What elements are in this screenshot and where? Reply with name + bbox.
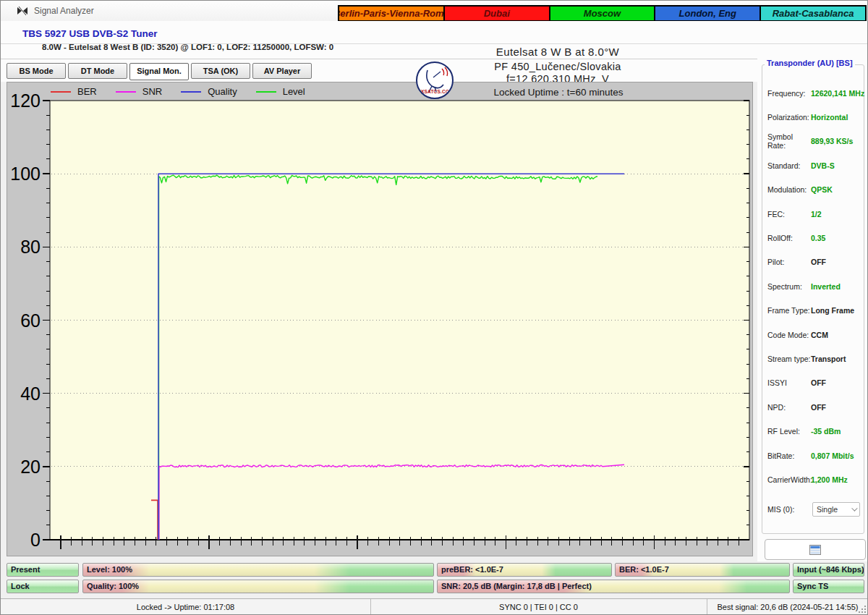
clock-city-label: Dubai [445,7,549,22]
transponder-value: 12620,141 MHz [811,89,864,98]
svg-text:100: 100 [10,164,41,184]
lock-indicator: Lock [7,580,79,593]
transponder-label: FEC: [767,210,811,219]
transponder-row-polarization: Polarization:Horizontal [762,105,864,129]
transponder-label: Frame Type: [767,306,811,315]
stream-list-button[interactable] [765,539,866,560]
tuner-name: TBS 5927 USB DVB-S2 Tuner [22,28,158,39]
tab-av-player[interactable]: AV Player [252,63,312,79]
transponder-label: NPD: [767,403,811,412]
transponder-row-symbol-rate: Symbol Rate:889,93 KS/s [762,130,864,153]
logo-text: DXSATCS.COM [417,89,452,94]
transponder-rows: Frequency:12620,141 MHzPolarization:Hori… [762,81,864,492]
transponder-label: Code Mode: [767,331,811,339]
transponder-row-standard: Standard:DVB-S [762,153,864,177]
transponder-value: 0,807 Mbit/s [811,451,854,460]
level-meter: Level: 100% [82,563,434,577]
preber-meter: preBER: <1.0E-7 [437,563,612,577]
chart-panel: BERSNRQualityLevel Locked Uptime : t=60 … [7,82,753,556]
signal-chart: 020406080100120 [7,82,752,556]
status-sync: SYNC 0 | TEI 0 | CC 0 [370,603,707,611]
mis-row: MIS (0): Single [762,501,864,517]
clock-city-label: Moscow [550,7,655,22]
transponder-value: 1,200 MHz [811,475,848,484]
transponder-row-spectrum: Spectrum:Inverted [762,274,864,298]
transponder-label: Standard: [767,161,811,170]
transponder-value: 0.35 [811,234,825,242]
clock-city-label: London, Eng [655,7,760,22]
transponder-row-stream-type: Stream type:Transport [762,347,864,370]
transponder-panel: Transponder (AU) [BS] Frequency:12620,14… [757,44,868,561]
transponder-value: OFF [811,258,826,266]
tab-bar: BS ModeDT ModeSignal Mon.TSA (OK)AV Play… [7,63,312,80]
resize-grip-icon[interactable] [857,604,867,614]
mis-value: Single [817,505,838,514]
stream-list-icon [809,545,821,555]
divider [1,59,868,59]
transponder-row-carrierwidth: CarrierWidth:1,200 MHz [762,467,864,491]
satellite-header: Eutelsat 8 W B at 8.0°W [377,46,739,58]
mis-select[interactable]: Single [812,502,860,517]
transponder-row-frame-type: Frame Type:Long Frame [762,299,864,323]
mis-label: MIS (0): [767,505,811,514]
transponder-row-bitrate: BitRate:0,807 Mbit/s [762,444,864,467]
quality-meter: Quality: 100% [82,580,434,593]
transponder-row-fec: FEC:1/2 [762,202,864,226]
ber-meter: BER: <1.0E-7 [615,563,790,577]
transponder-row-rf-level: RF Level:-35 dBm [762,419,864,443]
transponder-label: Spectrum: [767,282,811,291]
svg-text:120: 120 [10,90,41,111]
svg-text:60: 60 [20,310,41,331]
transponder-row-modulation: Modulation:QPSK [762,178,864,202]
svg-text:0: 0 [30,530,41,550]
transponder-value: OFF [811,403,826,412]
transponder-label: Frequency: [767,89,811,98]
transponder-value: DVB-S [811,161,835,170]
transponder-row-frequency: Frequency:12620,141 MHz [762,81,864,105]
transponder-label: Polarization: [767,113,811,122]
transponder-value: -35 dBm [811,427,841,436]
transponder-label: Modulation: [767,185,811,194]
tab-tsa-ok[interactable]: TSA (OK) [191,63,250,79]
transponder-label: CarrierWidth: [767,475,811,484]
transponder-label: Stream type: [767,355,811,363]
satellite-dish-icon [17,5,28,17]
transponder-value: Long Frame [811,306,854,315]
app-title: Signal Analyzer [34,6,94,16]
transponder-title: Transponder (AU) [BS] [765,59,855,67]
transponder-row-issyi: ISSYIOFF [762,371,864,395]
tab-bs-mode[interactable]: BS Mode [7,63,66,79]
transponder-row-rolloff: RollOff:0.35 [762,226,864,250]
chevron-down-icon [851,505,857,511]
tab-signal-mon[interactable]: Signal Mon. [129,63,189,80]
transponder-value: QPSK [811,185,833,194]
transponder-label: RF Level: [767,427,811,436]
tuner-details: 8.0W - Eutelsat 8 West B (ID: 3520) @ LO… [42,43,333,51]
transponder-box: Frequency:12620,141 MHzPolarization:Hori… [762,64,864,534]
input-indicator: Input (~846 Kbps) [793,563,864,577]
status-best-signal: Best signal: 20,6 dB (2024-05-21 14:55) [707,603,868,611]
transponder-label: Pilot: [767,258,811,266]
transponder-value: CCM [811,331,828,339]
transponder-label: RollOff: [767,234,811,242]
transponder-label: BitRate: [767,451,811,460]
svg-text:40: 40 [20,383,41,404]
svg-text:80: 80 [20,237,41,257]
transponder-row-npd: NPD:OFF [762,395,864,419]
clock-city-label: Rabat-Casablanca [761,7,865,22]
svg-text:20: 20 [20,457,41,477]
transponder-value: 889,93 KS/s [811,137,853,145]
transponder-value: OFF [811,378,826,387]
transponder-value: 1/2 [811,210,822,219]
transponder-row-code-mode: Code Mode:CCM [762,323,864,347]
transponder-value: Horizontal [811,113,848,122]
transponder-row-pilot: Pilot:OFF [762,250,864,274]
status-uptime: Locked -> Uptime: 01:17:08 [1,603,370,611]
present-indicator: Present [7,563,79,577]
status-bar: Locked -> Uptime: 01:17:08 SYNC 0 | TEI … [1,598,868,615]
transponder-value: Inverted [811,282,841,291]
transponder-value: Transport [811,355,846,363]
snr-meter: SNR: 20,5 dB (Margin: 17,8 dB | Perfect) [437,580,790,593]
transponder-label: ISSYI [767,378,811,387]
tab-dt-mode[interactable]: DT Mode [68,63,127,79]
